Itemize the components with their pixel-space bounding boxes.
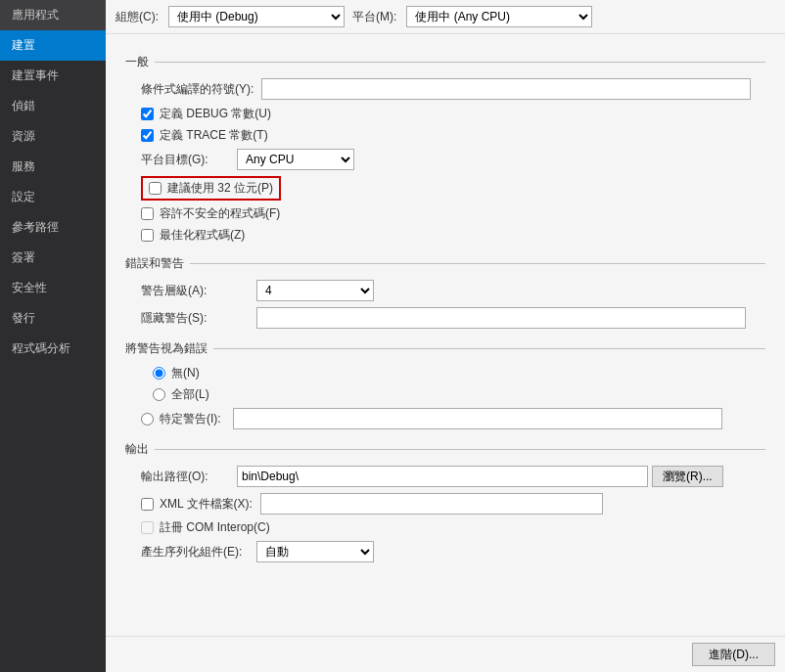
define-trace-checkbox[interactable]: [141, 129, 154, 142]
suppress-warnings-input[interactable]: [256, 307, 746, 329]
suppress-warnings-row: 隱藏警告(S):: [125, 307, 765, 329]
define-trace-label: 定義 TRACE 常數(T): [160, 127, 268, 144]
errors-title: 錯誤和警告: [125, 255, 184, 272]
serialization-row: 產生序列化組件(E): 自動 開啟 關閉: [125, 541, 765, 562]
conditional-compile-input[interactable]: [261, 78, 751, 100]
sidebar-item-ref-paths[interactable]: 參考路徑: [0, 212, 106, 243]
config-select[interactable]: 使用中 (Debug): [168, 6, 345, 27]
sidebar-item-build[interactable]: 建置: [0, 30, 106, 61]
allow-unsafe-label: 容許不安全的程式碼(F): [160, 205, 280, 222]
content-area: 組態(C): 使用中 (Debug) 平台(M): 使用中 (Any CPU) …: [106, 0, 785, 672]
footer: 進階(D)...: [106, 636, 785, 672]
sidebar-item-debug[interactable]: 偵錯: [0, 91, 106, 121]
output-path-label: 輸出路徑(O):: [141, 469, 229, 485]
platform-target-row: 平台目標(G): Any CPU x86 x64: [125, 149, 765, 170]
output-path-row: 輸出路徑(O): 瀏覽(R)...: [125, 466, 765, 487]
treat-none-radio[interactable]: [153, 367, 165, 380]
treat-errors-title: 將警告視為錯誤: [125, 340, 208, 357]
sidebar: 應用程式 建置 建置事件 偵錯 資源 服務 設定 參考路徑 簽署 安全性 發行 …: [0, 0, 106, 672]
register-com-checkbox[interactable]: [141, 521, 154, 534]
treat-specific-row: 特定警告(I):: [125, 408, 765, 429]
toolbar: 組態(C): 使用中 (Debug) 平台(M): 使用中 (Any CPU): [106, 0, 785, 34]
optimize-row: 最佳化程式碼(Z): [125, 227, 765, 244]
conditional-compile-label: 條件式編譯的符號(Y):: [141, 81, 254, 98]
treat-specific-input[interactable]: [233, 408, 722, 429]
output-section-divider: 輸出: [125, 441, 765, 458]
platform-target-label: 平台目標(G):: [141, 152, 229, 168]
treat-none-label: 無(N): [171, 365, 200, 381]
sidebar-item-publish[interactable]: 發行: [0, 303, 106, 334]
treat-none-row: 無(N): [125, 365, 765, 381]
treat-all-radio[interactable]: [153, 388, 165, 401]
general-divider-line: [155, 62, 765, 63]
sidebar-item-settings[interactable]: 設定: [0, 182, 106, 212]
sidebar-item-services[interactable]: 服務: [0, 152, 106, 182]
warning-level-row: 警告層級(A): 4 0 1 2 3: [125, 280, 765, 301]
optimize-label: 最佳化程式碼(Z): [160, 227, 245, 244]
treat-errors-divider: 將警告視為錯誤: [125, 340, 765, 357]
define-debug-row: 定義 DEBUG 常數(U): [125, 106, 765, 122]
xml-doc-input[interactable]: [260, 493, 603, 515]
xml-doc-row: XML 文件檔案(X):: [125, 493, 765, 515]
prefer-32bit-row: 建議使用 32 位元(P): [141, 176, 281, 201]
general-title: 一般: [125, 54, 149, 70]
platform-select[interactable]: 使用中 (Any CPU): [406, 6, 592, 27]
errors-section-divider: 錯誤和警告: [125, 255, 765, 272]
sidebar-item-security[interactable]: 安全性: [0, 273, 106, 303]
allow-unsafe-row: 容許不安全的程式碼(F): [125, 205, 765, 222]
warning-level-label: 警告層級(A):: [141, 283, 249, 299]
settings-content: 一般 條件式編譯的符號(Y): 定義 DEBUG 常數(U) 定義 TRACE …: [106, 34, 785, 636]
config-label: 組態(C):: [115, 9, 159, 25]
treat-all-row: 全部(L): [125, 386, 765, 403]
advance-button[interactable]: 進階(D)...: [692, 643, 775, 666]
sidebar-item-signing[interactable]: 簽署: [0, 243, 106, 273]
browse-button[interactable]: 瀏覽(R)...: [652, 466, 723, 487]
register-com-row: 註冊 COM Interop(C): [125, 519, 765, 536]
serialization-select[interactable]: 自動 開啟 關閉: [256, 541, 374, 562]
treat-specific-radio[interactable]: [141, 413, 154, 426]
platform-target-select[interactable]: Any CPU x86 x64: [237, 149, 354, 170]
serialization-label: 產生序列化組件(E):: [141, 544, 249, 560]
warning-level-select[interactable]: 4 0 1 2 3: [256, 280, 374, 301]
output-path-input[interactable]: [237, 466, 648, 487]
define-trace-row: 定義 TRACE 常數(T): [125, 127, 765, 144]
output-title: 輸出: [125, 441, 149, 458]
suppress-warnings-label: 隱藏警告(S):: [141, 310, 249, 327]
output-divider-line: [155, 449, 765, 450]
errors-divider-line: [190, 263, 765, 264]
treat-errors-line: [213, 348, 765, 349]
optimize-checkbox[interactable]: [141, 229, 154, 242]
prefer-32bit-checkbox[interactable]: [149, 182, 162, 195]
platform-label: 平台(M):: [352, 9, 396, 25]
sidebar-item-code-analysis[interactable]: 程式碼分析: [0, 334, 106, 364]
treat-all-label: 全部(L): [171, 386, 209, 403]
treat-specific-label: 特定警告(I):: [160, 411, 221, 427]
sidebar-item-build-events[interactable]: 建置事件: [0, 61, 106, 91]
conditional-compile-row: 條件式編譯的符號(Y):: [125, 78, 765, 100]
xml-doc-checkbox[interactable]: [141, 498, 154, 511]
allow-unsafe-checkbox[interactable]: [141, 207, 154, 220]
xml-doc-label: XML 文件檔案(X):: [160, 496, 253, 513]
prefer-32bit-label: 建議使用 32 位元(P): [167, 180, 273, 197]
sidebar-item-resources[interactable]: 資源: [0, 121, 106, 152]
general-section-divider: 一般: [125, 54, 765, 70]
sidebar-item-app[interactable]: 應用程式: [0, 0, 106, 30]
register-com-label: 註冊 COM Interop(C): [160, 519, 270, 536]
define-debug-label: 定義 DEBUG 常數(U): [160, 106, 271, 122]
define-debug-checkbox[interactable]: [141, 108, 154, 120]
